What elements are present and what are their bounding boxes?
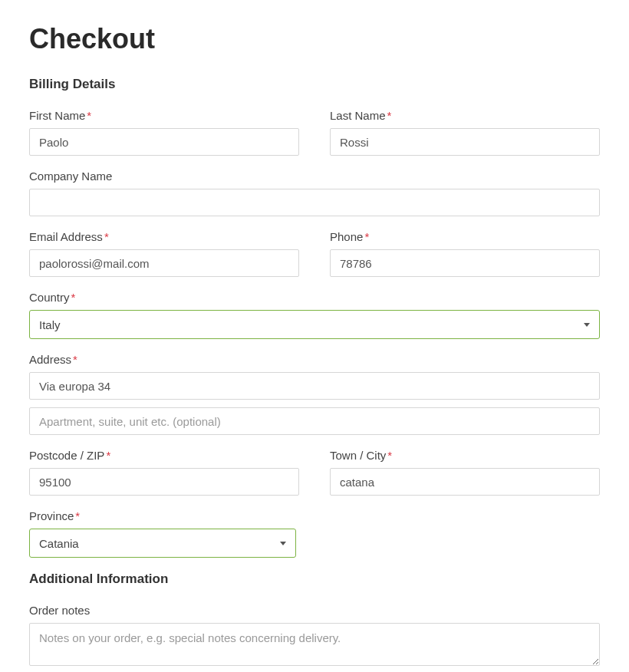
country-label: Country*	[29, 291, 600, 304]
phone-field-wrap: Phone*	[330, 230, 600, 277]
first-name-label: First Name*	[29, 109, 299, 122]
company-input[interactable]	[29, 189, 600, 216]
phone-label: Phone*	[330, 230, 600, 243]
city-label: Town / City*	[330, 449, 600, 462]
order-notes-textarea[interactable]	[29, 623, 600, 666]
postcode-label: Postcode / ZIP*	[29, 449, 299, 462]
email-input[interactable]	[29, 249, 299, 277]
address-line2-input[interactable]	[29, 407, 600, 435]
additional-section-title: Additional Information	[29, 572, 600, 587]
company-label: Company Name	[29, 170, 600, 183]
city-field-wrap: Town / City*	[330, 449, 600, 496]
required-star: *	[387, 449, 392, 462]
last-name-field-wrap: Last Name*	[330, 109, 600, 156]
order-notes-field-wrap: Order notes	[29, 604, 600, 666]
phone-input[interactable]	[330, 249, 600, 277]
province-select-value: Catania	[39, 537, 280, 550]
chevron-down-icon	[280, 542, 286, 545]
address-line1-input[interactable]	[29, 372, 600, 400]
address-field-wrap: Address*	[29, 353, 600, 435]
required-star: *	[71, 291, 76, 304]
province-field-wrap: Province* Catania	[29, 509, 296, 558]
province-select[interactable]: Catania	[29, 529, 296, 558]
order-notes-label: Order notes	[29, 604, 600, 617]
required-star: *	[104, 230, 109, 243]
country-select-value: Italy	[39, 318, 584, 331]
required-star: *	[73, 353, 77, 366]
last-name-input[interactable]	[330, 128, 600, 156]
email-field-wrap: Email Address*	[29, 230, 299, 277]
country-field-wrap: Country* Italy	[29, 291, 600, 339]
postcode-input[interactable]	[29, 468, 299, 496]
postcode-field-wrap: Postcode / ZIP*	[29, 449, 299, 496]
email-label: Email Address*	[29, 230, 299, 243]
required-star: *	[87, 109, 91, 122]
required-star: *	[106, 449, 110, 462]
last-name-label: Last Name*	[330, 109, 600, 122]
first-name-field-wrap: First Name*	[29, 109, 299, 156]
city-input[interactable]	[330, 468, 600, 496]
required-star: *	[75, 509, 80, 522]
required-star: *	[364, 230, 369, 243]
country-select[interactable]: Italy	[29, 310, 600, 339]
chevron-down-icon	[584, 323, 590, 327]
first-name-input[interactable]	[29, 128, 299, 156]
company-field-wrap: Company Name	[29, 170, 600, 216]
address-label: Address*	[29, 353, 600, 366]
province-label: Province*	[29, 509, 296, 522]
page-title: Checkout	[29, 23, 600, 55]
billing-section-title: Billing Details	[29, 77, 600, 92]
required-star: *	[387, 109, 392, 122]
